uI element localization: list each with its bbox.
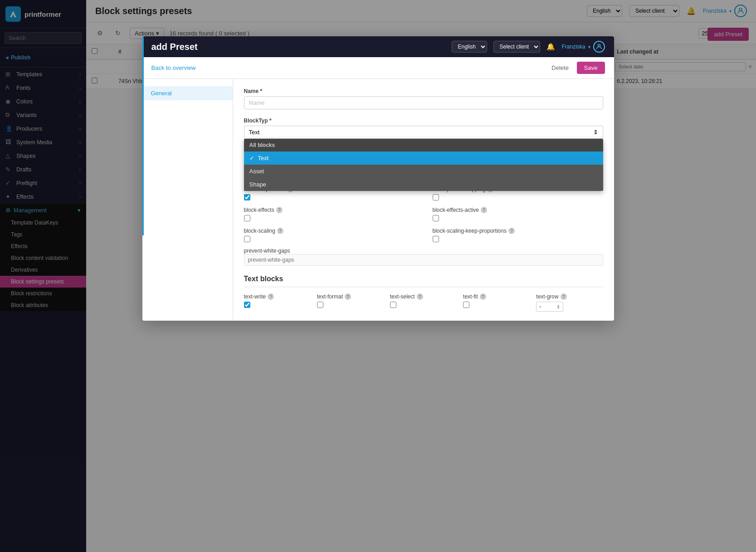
- block-effects-active-label: block-effects-active ?: [433, 207, 603, 213]
- modal-user-info[interactable]: Franziska ▾: [561, 41, 605, 53]
- text-fit-label: text-fit ?: [463, 293, 530, 300]
- text-format-help-icon[interactable]: ?: [345, 293, 351, 300]
- text-grow-select-display[interactable]: - ⇕: [536, 302, 563, 312]
- modal-body: General Name * BlockTyp *: [142, 79, 614, 321]
- modal-action-right: Delete Save: [547, 62, 605, 74]
- modal-user-name: Franziska: [561, 44, 585, 50]
- blocktyp-label: BlockTyp *: [244, 117, 603, 124]
- delete-button[interactable]: Delete: [547, 62, 573, 74]
- modal-overlay: add Preset English Select client 🔔 Franz…: [86, 22, 756, 552]
- text-select-group: text-select ?: [390, 293, 457, 312]
- check-icon: ✓: [249, 155, 254, 161]
- text-grow-arrows: ⇕: [556, 304, 560, 309]
- block-scaling-keep-proportions-help-icon[interactable]: ?: [508, 228, 515, 234]
- modal-chevron-icon: ▾: [588, 44, 590, 49]
- chevron-up-down-icon: ⇕: [593, 129, 598, 136]
- text-grow-group: text-grow ? - ⇕: [536, 293, 603, 312]
- modal-top-bar: add Preset English Select client 🔔 Franz…: [142, 36, 614, 57]
- block-effects-active-checkbox[interactable]: [433, 215, 439, 221]
- text-format-group: text-format ?: [317, 293, 384, 312]
- content-area: add Preset ⚙ ↻ Actions ▾ 16 records foun…: [86, 22, 756, 552]
- prevent-white-gaps-input[interactable]: [244, 254, 603, 266]
- modal-language-select[interactable]: English: [452, 41, 487, 53]
- text-select-checkbox[interactable]: [390, 302, 396, 308]
- text-write-checkbox[interactable]: [244, 302, 250, 308]
- dropdown-all-blocks-header: All blocks: [244, 139, 603, 151]
- block-scaling-keep-proportions-label: block-scaling-keep-proportions ?: [433, 228, 603, 234]
- modal-sidebar: General: [142, 79, 233, 321]
- text-fit-group: text-fit ?: [463, 293, 530, 312]
- sidebar-indicator: [142, 36, 144, 235]
- text-blocks-section-title: Text blocks: [244, 275, 603, 287]
- name-label: Name *: [244, 88, 603, 94]
- text-blocks-grid: text-write ? text-format ?: [244, 293, 603, 312]
- modal-title: add Preset: [151, 42, 198, 52]
- name-form-group: Name *: [244, 88, 603, 109]
- text-format-label: text-format ?: [317, 293, 384, 300]
- modal-user-avatar: [593, 41, 605, 53]
- text-grow-help-icon[interactable]: ?: [561, 293, 567, 300]
- block-effects-help-icon[interactable]: ?: [276, 207, 283, 213]
- save-button[interactable]: Save: [577, 62, 605, 74]
- text-fit-help-icon[interactable]: ?: [480, 293, 486, 300]
- block-effects-checkbox[interactable]: [244, 215, 250, 221]
- block-scaling-checkbox[interactable]: [244, 236, 250, 242]
- text-write-label: text-write ?: [244, 293, 311, 300]
- add-preset-modal: add Preset English Select client 🔔 Franz…: [142, 36, 614, 321]
- block-scaling-label: block-scaling ?: [244, 228, 415, 234]
- text-grow-label: text-grow ?: [536, 293, 603, 300]
- modal-bell-icon[interactable]: 🔔: [546, 43, 555, 51]
- blocktyp-dropdown: All blocks ✓ Text Asset Shape: [244, 139, 603, 191]
- dropdown-text-option[interactable]: ✓ Text: [244, 151, 603, 165]
- blocktyp-value: Text: [249, 129, 260, 136]
- block-effects-label: block-effects ?: [244, 207, 415, 213]
- text-write-help-icon[interactable]: ?: [268, 293, 274, 300]
- modal-top-right: English Select client 🔔 Franziska ▾: [452, 41, 605, 53]
- block-scaling-group: block-scaling ?: [244, 228, 415, 242]
- prevent-white-gaps-label: prevent-white-gaps: [244, 248, 603, 254]
- block-map-colors-checkbox[interactable]: [244, 194, 250, 200]
- block-effects-active-group: block-effects-active ?: [433, 207, 603, 221]
- all-blocks-grid: block-map-colors ? block-prevent-clippin…: [244, 186, 603, 242]
- blocktyp-select-display[interactable]: Text ⇕: [244, 126, 603, 139]
- modal-client-select[interactable]: Select client: [493, 41, 540, 53]
- block-scaling-keep-proportions-group: block-scaling-keep-proportions ?: [433, 228, 603, 242]
- text-format-checkbox[interactable]: [317, 302, 323, 308]
- main-area: Block settings presets English Select cl…: [86, 0, 756, 552]
- modal-action-bar: Back to overview Delete Save: [142, 57, 614, 79]
- block-effects-active-help-icon[interactable]: ?: [481, 207, 487, 213]
- text-grow-value: -: [539, 303, 541, 310]
- modal-sidebar-general[interactable]: General: [142, 86, 233, 100]
- block-scaling-keep-proportions-checkbox[interactable]: [433, 236, 439, 242]
- text-select-label: text-select ?: [390, 293, 457, 300]
- block-prevent-clipping-checkbox[interactable]: [433, 194, 439, 200]
- blocktyp-form-group: BlockTyp * Text ⇕ All blocks ✓ Text: [244, 117, 603, 139]
- blocktyp-wrapper: Text ⇕ All blocks ✓ Text Asset Shape: [244, 126, 603, 139]
- name-input[interactable]: [244, 96, 603, 109]
- modal-form: Name * BlockTyp * Text ⇕: [233, 79, 614, 321]
- text-select-help-icon[interactable]: ?: [417, 293, 423, 300]
- text-fit-checkbox[interactable]: [463, 302, 469, 308]
- svg-point-2: [598, 44, 600, 47]
- back-to-overview-link[interactable]: Back to overview: [151, 64, 196, 71]
- block-effects-group: block-effects ?: [244, 207, 415, 221]
- prevent-white-gaps-group: prevent-white-gaps: [244, 248, 603, 266]
- block-scaling-help-icon[interactable]: ?: [277, 228, 283, 234]
- dropdown-asset-option[interactable]: Asset: [244, 165, 603, 178]
- text-write-group: text-write ?: [244, 293, 311, 312]
- dropdown-shape-option[interactable]: Shape: [244, 178, 603, 191]
